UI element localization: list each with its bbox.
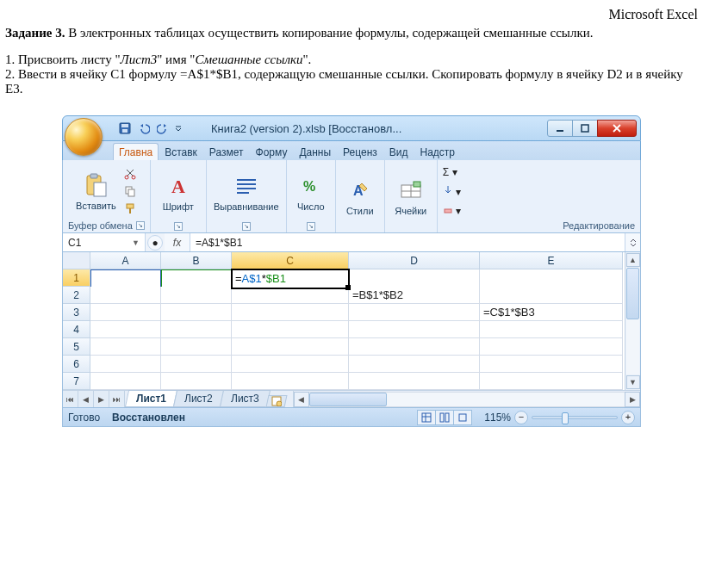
- cell-b3[interactable]: [161, 304, 232, 321]
- cell-c7[interactable]: [232, 373, 349, 390]
- cell-b2[interactable]: [161, 287, 232, 304]
- formula-input[interactable]: =A$1*$B1: [190, 233, 625, 251]
- col-b[interactable]: B: [161, 252, 232, 269]
- cell-c5[interactable]: [232, 338, 349, 356]
- paste-button[interactable]: Вставить: [73, 171, 118, 211]
- redo-icon[interactable]: [154, 120, 171, 137]
- font-button[interactable]: A Шрифт: [156, 172, 201, 212]
- cell-c2[interactable]: [232, 287, 349, 304]
- format-painter-icon[interactable]: [121, 201, 139, 216]
- sheet-tab-1[interactable]: Лист1: [125, 390, 177, 407]
- view-pagelayout-icon[interactable]: [435, 410, 454, 425]
- horizontal-scrollbar[interactable]: ◀ ▶: [293, 391, 640, 407]
- cell-b5[interactable]: [161, 338, 232, 356]
- tab-view[interactable]: Вид: [383, 143, 414, 160]
- cell-a3[interactable]: [90, 304, 161, 321]
- cell-e5[interactable]: [480, 338, 623, 356]
- number-launcher[interactable]: ↘: [307, 222, 315, 231]
- formula-expand-icon[interactable]: [625, 233, 640, 251]
- cut-icon[interactable]: [121, 166, 139, 182]
- alignment-button[interactable]: Выравнивание: [212, 172, 281, 212]
- tab-nav-first-icon[interactable]: ⏮: [63, 391, 78, 407]
- qat-customize-icon[interactable]: [173, 120, 184, 137]
- cell-c6[interactable]: [232, 356, 349, 373]
- maximize-button[interactable]: [572, 120, 598, 137]
- col-c[interactable]: C: [232, 252, 349, 269]
- cell-d4[interactable]: [349, 321, 480, 338]
- zoom-in-button[interactable]: +: [621, 411, 635, 424]
- vertical-scrollbar[interactable]: ▲ ▼: [625, 252, 640, 390]
- styles-button[interactable]: A Стили: [341, 176, 379, 216]
- row-6[interactable]: 6: [63, 356, 90, 373]
- scroll-up-icon[interactable]: ▲: [626, 253, 640, 267]
- cell-a7[interactable]: [90, 373, 161, 390]
- zoom-value[interactable]: 115%: [484, 412, 511, 424]
- select-all-corner[interactable]: [63, 252, 90, 269]
- cell-b6[interactable]: [161, 356, 232, 373]
- col-e[interactable]: E: [480, 252, 623, 269]
- clear-icon[interactable]: ▾: [443, 204, 461, 217]
- fill-icon[interactable]: ▾: [443, 185, 461, 198]
- cell-d2[interactable]: =B$1*$B2: [349, 287, 480, 304]
- cell-e2[interactable]: [480, 287, 623, 304]
- cell-d1[interactable]: [349, 269, 480, 288]
- titlebar[interactable]: Книга2 (version 2).xlsb [Восстановл...: [62, 115, 641, 141]
- cell-e6[interactable]: [480, 356, 623, 373]
- name-box[interactable]: C1▼: [63, 233, 146, 251]
- tab-nav-next-icon[interactable]: ▶: [94, 391, 109, 407]
- tab-home[interactable]: Главна: [113, 143, 159, 160]
- new-sheet-icon[interactable]: [265, 395, 287, 407]
- clipboard-launcher[interactable]: ↘: [136, 221, 145, 230]
- scroll-right-icon[interactable]: ▶: [625, 392, 640, 407]
- view-normal-icon[interactable]: [417, 410, 436, 425]
- namebox-fn-icon[interactable]: ●: [147, 235, 163, 251]
- view-pagebreak-icon[interactable]: [453, 410, 472, 425]
- cell-c1[interactable]: =A$1*$B1: [232, 269, 349, 288]
- sheet-tab-3[interactable]: Лист3: [220, 390, 271, 407]
- cell-d7[interactable]: [349, 373, 480, 390]
- row-1[interactable]: 1: [63, 269, 90, 287]
- autosum-icon[interactable]: Σ ▾: [443, 166, 457, 178]
- cell-b1[interactable]: [161, 269, 232, 288]
- cell-d3[interactable]: [349, 304, 480, 321]
- cell-d6[interactable]: [349, 356, 480, 373]
- tab-data[interactable]: Данны: [293, 143, 337, 160]
- zoom-out-button[interactable]: −: [514, 411, 528, 424]
- minimize-button[interactable]: [547, 120, 573, 137]
- cell-c4[interactable]: [232, 321, 349, 338]
- sheet-tab-2[interactable]: Лист2: [173, 390, 224, 407]
- hscroll-thumb[interactable]: [309, 393, 387, 406]
- tab-insert[interactable]: Вставк: [159, 143, 203, 160]
- cell-a2[interactable]: [90, 287, 161, 304]
- row-4[interactable]: 4: [63, 321, 90, 338]
- tab-nav-last-icon[interactable]: ⏭: [109, 391, 125, 407]
- tab-review[interactable]: Реценз: [337, 143, 383, 160]
- col-a[interactable]: A: [90, 252, 161, 269]
- tab-addins[interactable]: Надстр: [414, 143, 462, 160]
- undo-icon[interactable]: [135, 120, 152, 137]
- row-2[interactable]: 2: [63, 287, 90, 304]
- copy-icon[interactable]: [121, 183, 139, 199]
- vscroll-thumb[interactable]: [626, 268, 639, 319]
- tab-nav-prev-icon[interactable]: ◀: [78, 391, 94, 407]
- number-button[interactable]: % Число: [292, 172, 330, 212]
- office-button[interactable]: [65, 118, 109, 163]
- cell-c3[interactable]: [232, 304, 349, 321]
- cell-b7[interactable]: [161, 373, 232, 390]
- scroll-down-icon[interactable]: ▼: [626, 375, 640, 389]
- scroll-left-icon[interactable]: ◀: [294, 392, 309, 407]
- cell-a4[interactable]: [90, 321, 161, 338]
- cell-b4[interactable]: [161, 321, 232, 338]
- fx-button[interactable]: fx: [165, 233, 190, 251]
- row-7[interactable]: 7: [63, 373, 90, 390]
- alignment-launcher[interactable]: ↘: [242, 222, 251, 231]
- cell-d5[interactable]: [349, 338, 480, 356]
- close-button[interactable]: [597, 120, 637, 137]
- row-3[interactable]: 3: [63, 304, 90, 321]
- save-icon[interactable]: [116, 120, 134, 137]
- cell-e1[interactable]: [480, 269, 623, 288]
- font-launcher[interactable]: ↘: [174, 222, 183, 231]
- zoom-slider[interactable]: [532, 416, 618, 419]
- cell-e3[interactable]: =C$1*$B3: [480, 304, 623, 321]
- row-5[interactable]: 5: [63, 338, 90, 356]
